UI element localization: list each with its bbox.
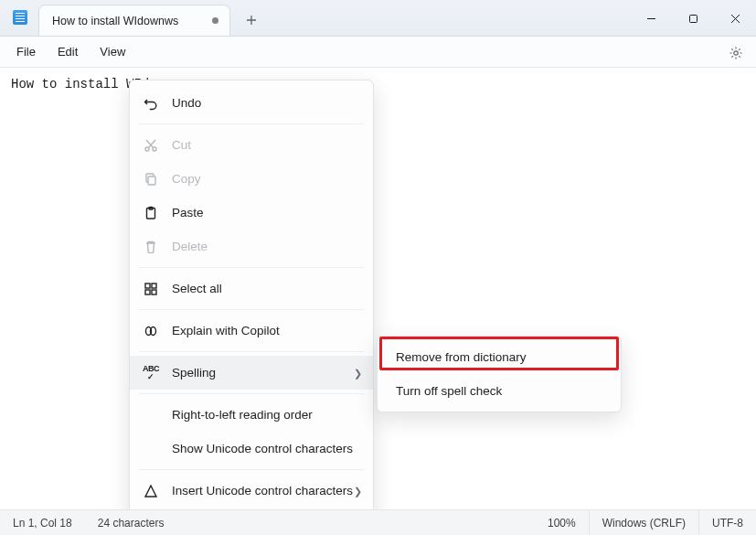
submenu-remove-dictionary[interactable]: Remove from dictionary [378, 340, 621, 374]
document-tab[interactable]: How to install WIdownws [38, 5, 230, 36]
chevron-right-icon: ❯ [354, 485, 362, 497]
ctx-rtl-label: Right-to-left reading order [172, 408, 313, 422]
svg-rect-10 [152, 290, 156, 294]
menu-file[interactable]: File [5, 39, 47, 64]
status-position[interactable]: Ln 1, Col 18 [0, 510, 85, 535]
turn-off-spellcheck-label: Turn off spell check [396, 384, 502, 398]
svg-point-1 [734, 51, 738, 55]
ctx-paste[interactable]: Paste [130, 196, 373, 230]
ctx-insert-unicode[interactable]: Insert Unicode control characters ❯ [130, 474, 373, 508]
menubar: File Edit View [0, 37, 756, 68]
ctx-copy: Copy [130, 162, 373, 196]
chevron-right-icon: ❯ [354, 367, 362, 379]
separator [139, 469, 364, 470]
status-encoding[interactable]: UTF-8 [699, 510, 756, 535]
svg-point-2 [145, 147, 149, 151]
ctx-copilot-label: Explain with Copilot [172, 324, 280, 337]
ctx-cut: Cut [130, 128, 373, 162]
status-chars[interactable]: 24 characters [85, 510, 177, 535]
minimize-button[interactable] [630, 0, 672, 37]
unsaved-indicator-icon [212, 17, 218, 24]
insert-unicode-icon [143, 483, 159, 499]
separator [139, 267, 364, 268]
ctx-spelling-label: Spelling [172, 366, 216, 380]
separator [139, 351, 364, 352]
ctx-delete-label: Delete [172, 240, 208, 253]
ctx-select-all[interactable]: Select all [130, 272, 373, 305]
editor-content[interactable]: How to install WId [0, 68, 756, 509]
copilot-icon [143, 323, 159, 339]
spelling-icon: ABC✓ [143, 365, 159, 381]
ctx-copy-label: Copy [172, 172, 201, 186]
menu-edit[interactable]: Edit [47, 39, 89, 64]
window-controls [630, 0, 756, 37]
ctx-undo[interactable]: Undo [130, 86, 373, 120]
ctx-paste-label: Paste [172, 206, 204, 219]
ctx-show-unicode[interactable]: Show Unicode control characters [130, 432, 373, 465]
ctx-spelling[interactable]: ABC✓ Spelling ❯ [130, 356, 373, 390]
close-button[interactable] [714, 0, 756, 37]
ctx-rtl-reading[interactable]: Right-to-left reading order [130, 398, 373, 432]
svg-rect-7 [145, 284, 150, 288]
svg-rect-4 [148, 177, 155, 185]
status-line-ending[interactable]: Windows (CRLF) [590, 510, 699, 535]
svg-rect-0 [689, 15, 697, 22]
ctx-show-unicode-label: Show Unicode control characters [172, 442, 353, 455]
context-menu: Undo Cut Copy Paste Delete Select all [129, 80, 374, 535]
spelling-submenu: Remove from dictionary Turn off spell ch… [377, 336, 622, 412]
statusbar: Ln 1, Col 18 24 characters 100% Windows … [0, 509, 756, 535]
menu-view[interactable]: View [89, 39, 136, 64]
separator [139, 309, 364, 310]
blank-icon [143, 407, 159, 423]
titlebar: How to install WIdownws [0, 0, 756, 37]
ctx-cut-label: Cut [172, 138, 191, 152]
separator [139, 123, 364, 124]
submenu-turn-off-spellcheck[interactable]: Turn off spell check [378, 374, 621, 408]
select-all-icon [143, 281, 159, 297]
ctx-select-all-label: Select all [172, 282, 222, 295]
svg-rect-9 [145, 290, 150, 294]
ctx-undo-label: Undo [172, 96, 201, 110]
ctx-delete: Delete [130, 230, 373, 263]
svg-rect-8 [152, 284, 156, 288]
paste-icon [143, 205, 159, 221]
ctx-explain-copilot[interactable]: Explain with Copilot [130, 314, 373, 348]
blank-icon [143, 441, 159, 457]
ctx-insert-unicode-label: Insert Unicode control characters [172, 484, 353, 498]
tab-title: How to install WIdownws [52, 15, 203, 27]
svg-point-3 [153, 147, 156, 151]
separator [139, 393, 364, 394]
new-tab-button[interactable] [238, 6, 265, 34]
undo-icon [143, 95, 159, 112]
settings-button[interactable] [725, 42, 747, 64]
maximize-button[interactable] [672, 0, 714, 37]
notepad-app-icon [13, 10, 27, 25]
remove-dictionary-label: Remove from dictionary [396, 350, 527, 364]
cut-icon [143, 137, 159, 154]
delete-icon [143, 239, 159, 255]
copy-icon [143, 171, 159, 187]
status-zoom[interactable]: 100% [535, 510, 590, 535]
